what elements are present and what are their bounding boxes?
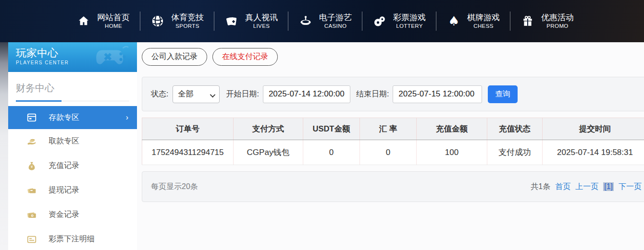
players-center-header: 玩家中心 PLAYERS CENTER [8, 42, 137, 72]
nav-label-zh: 体育竞技 [171, 13, 204, 23]
sidebar-menu: 存款专区 › 取款专区 ¥ 充值记录 [8, 106, 137, 250]
sidebar-item-label: 存款专区 [49, 113, 79, 123]
nav-item-casino[interactable]: 电子游艺 CASINO [288, 13, 362, 30]
pagination-controls: 共1条 首页 上一页 [1] 下一页 [531, 182, 642, 192]
cell-order-number: 1752494311294715 [142, 140, 234, 165]
sidebar-item-withdrawal-record[interactable]: 提现记录 [8, 178, 137, 202]
chevron-right-icon: › [126, 113, 128, 122]
list-detail-icon [26, 234, 37, 245]
nav-label-zh: 真人视讯 [245, 13, 278, 23]
nav-item-promo[interactable]: 优惠活动 PROMO [510, 13, 584, 30]
col-recharge-status: 充值状态 [487, 118, 543, 140]
hand-money-icon [26, 136, 37, 147]
nav-label-en: HOME [97, 23, 130, 30]
cell-recharge-amount: 100 [417, 140, 487, 165]
cell-payment-method: CGPay钱包 [234, 140, 303, 165]
nav-label-zh: 网站首页 [97, 13, 130, 23]
end-date-label: 结束日期: [356, 89, 389, 99]
current-page-indicator: [1] [603, 182, 614, 191]
top-navigation: 网站首页 HOME 体育竞技 SPORTS 真人视讯 LIVES [0, 0, 644, 42]
finance-center-section: 财务中心 [8, 72, 137, 102]
page-background-strip [0, 42, 8, 250]
nav-label-en: CASINO [319, 23, 352, 30]
col-order-number: 订单号 [142, 118, 234, 140]
total-count-text: 共1条 [531, 182, 550, 192]
nav-label-zh: 优惠活动 [541, 13, 574, 23]
nav-label-zh: 棋牌游戏 [467, 13, 500, 23]
nav-label-en: PROMO [541, 23, 574, 30]
sidebar: 玩家中心 PLAYERS CENTER 财务中心 [8, 42, 137, 250]
money-bag-icon: ¥ [26, 161, 37, 171]
cell-recharge-status: 支付成功 [487, 140, 543, 165]
deposit-card-icon [26, 112, 37, 123]
record-tabs: 公司入款记录 在线支付记录 [142, 48, 278, 66]
nav-item-lives[interactable]: 真人视讯 LIVES [214, 13, 288, 30]
sidebar-item-label: 资金记录 [49, 210, 79, 220]
cell-usdt-amount: 0 [303, 140, 360, 165]
col-payment-method: 支付方式 [234, 118, 303, 140]
gift-icon [520, 14, 535, 28]
nav-label-en: CHESS [467, 23, 500, 30]
next-page-link[interactable]: 下一页 [619, 182, 642, 192]
status-label: 状态: [151, 89, 168, 99]
roulette-icon [298, 14, 313, 28]
filter-bar: 状态: 全部 开始日期: 结束日期: 查询 [142, 77, 644, 111]
start-date-input[interactable] [263, 85, 350, 103]
banknote-icon [26, 210, 37, 220]
nav-item-home[interactable]: 网站首页 HOME [66, 13, 140, 30]
gamepad-icon [95, 44, 132, 72]
nav-item-lottery[interactable]: 彩票游戏 LOTTERY [362, 13, 436, 30]
cell-exchange-rate: 0 [360, 140, 417, 165]
status-select[interactable]: 全部 [173, 85, 220, 103]
col-usdt-amount: USDT金额 [303, 118, 360, 140]
sidebar-item-label: 取款专区 [49, 136, 79, 146]
sidebar-item-label: 提现记录 [49, 185, 79, 195]
nav-label-en: LOTTERY [393, 23, 426, 30]
home-icon [76, 14, 91, 28]
start-date-label: 开始日期: [226, 89, 259, 99]
col-submit-time: 提交时间 [543, 118, 644, 140]
nav-label-zh: 彩票游戏 [393, 13, 426, 23]
pagination-bar: 每页显示20条 共1条 首页 上一页 [1] 下一页 [142, 171, 644, 202]
sidebar-item-lottery-bet-detail[interactable]: 彩票下注明细 [8, 227, 137, 250]
nav-label-en: LIVES [245, 23, 278, 30]
tab-online-payment-records[interactable]: 在线支付记录 [212, 48, 278, 66]
records-table-wrap: 订单号 支付方式 USDT金额 汇 率 充值金额 充值状态 提交时间 17524… [142, 118, 644, 165]
tab-company-deposit-records[interactable]: 公司入款记录 [142, 48, 207, 66]
sidebar-item-label: 彩票下注明细 [49, 234, 95, 244]
sidebar-item-label: 充值记录 [49, 161, 79, 171]
prev-page-link[interactable]: 上一页 [575, 182, 598, 192]
page-size-text: 每页显示20条 [151, 182, 198, 192]
end-date-input[interactable] [393, 85, 482, 103]
svg-text:¥: ¥ [31, 165, 33, 169]
query-button[interactable]: 查询 [488, 85, 518, 103]
section-underline [16, 100, 129, 102]
nav-label-zh: 电子游艺 [319, 13, 352, 23]
sidebar-item-deposit-zone[interactable]: 存款专区 › [8, 106, 137, 129]
status-select-value: 全部 [178, 89, 193, 99]
nav-item-chess[interactable]: ♠ 棋牌游戏 CHESS [436, 13, 510, 30]
records-table: 订单号 支付方式 USDT金额 汇 率 充值金额 充值状态 提交时间 17524… [142, 118, 644, 165]
col-exchange-rate: 汇 率 [360, 118, 417, 140]
playing-cards-icon [224, 14, 239, 28]
spade-icon: ♠ [446, 14, 461, 28]
nav-label-en: SPORTS [171, 23, 204, 30]
sidebar-item-withdraw-zone[interactable]: 取款专区 [8, 129, 137, 154]
lottery-balls-icon [372, 14, 387, 28]
finance-center-title: 财务中心 [16, 82, 129, 95]
chevron-down-icon [210, 92, 215, 97]
main-content: 公司入款记录 在线支付记录 状态: 全部 开始日期: 结束日期: 查询 订单号 … [142, 42, 644, 250]
table-row: 1752494311294715 CGPay钱包 0 0 100 支付成功 20… [142, 140, 644, 165]
col-recharge-amount: 充值金额 [417, 118, 487, 140]
sidebar-item-funds-record[interactable]: 资金记录 [8, 202, 137, 227]
cell-submit-time: 2025-07-14 19:58:31 [543, 140, 644, 165]
first-page-link[interactable]: 首页 [555, 182, 570, 192]
sports-ball-icon [150, 14, 165, 28]
table-header-row: 订单号 支付方式 USDT金额 汇 率 充值金额 充值状态 提交时间 [142, 118, 644, 140]
sidebar-item-recharge-record[interactable]: ¥ 充值记录 [8, 154, 137, 178]
wallet-cards-icon [26, 185, 37, 196]
nav-item-sports[interactable]: 体育竞技 SPORTS [140, 13, 214, 30]
